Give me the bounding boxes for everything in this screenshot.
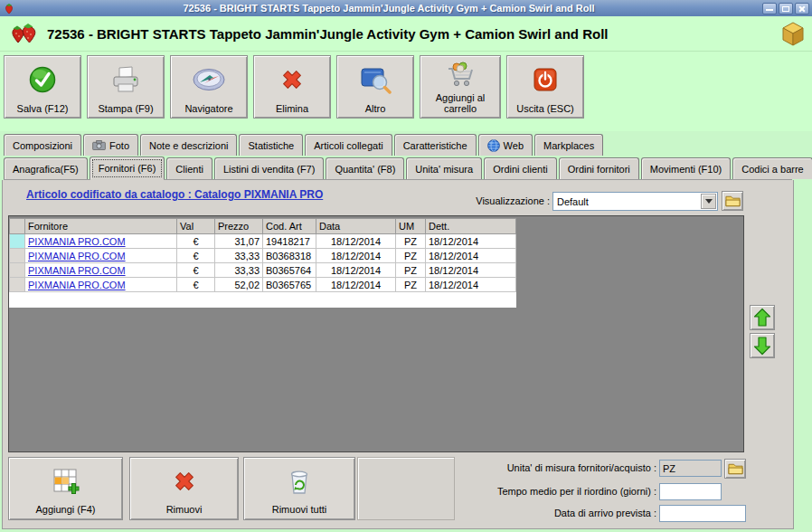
tab-movimenti[interactable]: Movimenti (F10) — [641, 157, 731, 179]
window-title: 72536 - BRIGHT STARTS Tappeto Jammin'Jun… — [15, 3, 762, 14]
page-title: 72536 - BRIGHT STARTS Tappeto Jammin'Jun… — [47, 26, 781, 42]
red-x-icon — [279, 56, 306, 103]
other-button[interactable]: Altro — [336, 55, 414, 119]
table-row[interactable]: PIXMANIA PRO.COM € 33,33 B0365764 18/12/… — [10, 263, 516, 278]
tab-unita-misura[interactable]: Unita' misura — [406, 157, 482, 179]
cart-icon — [444, 56, 477, 92]
cube-icon — [781, 21, 805, 47]
col-cod-art: Cod. Art — [263, 219, 316, 234]
header: 72536 - BRIGHT STARTS Tappeto Jammin'Jun… — [0, 16, 812, 52]
um-fornitori-field[interactable]: PZ — [659, 460, 722, 477]
compass-icon — [192, 56, 226, 103]
printer-icon — [110, 56, 141, 103]
tab-listini-di-vendita[interactable]: Listini di vendita (F7) — [214, 157, 325, 179]
tab-composizioni[interactable]: Composizioni — [4, 134, 81, 156]
chevron-down-icon — [701, 194, 716, 209]
tab-quantita[interactable]: Quantita' (F8) — [326, 157, 404, 179]
col-um: UM — [396, 219, 426, 234]
arrow-down-icon — [753, 336, 771, 356]
suppliers-table: Fornitore Val Prezzo Cod. Art Data UM De… — [9, 218, 516, 308]
folder-icon — [725, 195, 741, 207]
tab-ordini-clienti[interactable]: Ordini clienti — [484, 157, 557, 179]
tab-note-e-descrizioni[interactable]: Note e descrizioni — [140, 134, 237, 156]
row-selector-header — [10, 219, 25, 234]
supplier-link[interactable]: PIXMANIA PRO.COM — [28, 236, 126, 247]
um-fornitori-label: Unita' di misura fornitori/acquisto : — [385, 462, 656, 473]
row-selector[interactable] — [10, 263, 25, 278]
supplier-link[interactable]: PIXMANIA PRO.COM — [28, 251, 126, 261]
add-to-cart-button[interactable]: Aggiungi al carrello — [420, 55, 501, 119]
riordino-label: Tempo medio per il riordino (giorni) : — [385, 486, 656, 497]
check-circle-icon — [28, 56, 57, 103]
book-magnifier-icon — [359, 56, 392, 103]
delete-button[interactable]: Elimina — [253, 55, 331, 119]
table-row[interactable]: PIXMANIA PRO.COM € 33,33 B0368318 18/12/… — [10, 249, 516, 263]
table-header-row: Fornitore Val Prezzo Cod. Art Data UM De… — [10, 219, 516, 234]
titlebar: 72536 - BRIGHT STARTS Tappeto Jammin'Jun… — [0, 0, 812, 16]
row-selector[interactable] — [10, 249, 25, 263]
toolbar: Salva (F12) Stampa (F9) — [0, 52, 812, 131]
row-selector[interactable] — [10, 234, 25, 249]
tab-articoli-collegati[interactable]: Articoli collegati — [305, 134, 392, 156]
arrivo-input[interactable] — [659, 505, 746, 522]
col-val: Val — [177, 219, 215, 234]
maximize-button[interactable] — [779, 3, 793, 14]
move-down-button[interactable] — [750, 333, 775, 358]
close-button[interactable] — [795, 3, 809, 14]
visualizzazione-label: Visualizzazione : — [382, 195, 550, 206]
col-fornitore: Fornitore — [25, 219, 177, 234]
tab-web[interactable]: Web — [478, 134, 533, 156]
um-folder-button[interactable] — [724, 459, 746, 479]
supplier-link[interactable]: PIXMANIA PRO.COM — [28, 265, 126, 276]
supplier-link[interactable]: PIXMANIA PRO.COM — [28, 280, 126, 290]
arrivo-label: Data di arrivo prevista : — [385, 508, 656, 518]
remove-supplier-button[interactable]: Rimuovi — [129, 457, 239, 520]
tab-anagrafica[interactable]: Anagrafica(F5) — [4, 157, 88, 179]
row-selector[interactable] — [10, 278, 25, 292]
tab-row-top: Composizioni Foto Note e descrizioni Sta… — [4, 132, 605, 156]
folder-icon — [728, 462, 743, 475]
strawberry-icon — [3, 2, 15, 14]
arrow-up-icon — [753, 308, 771, 328]
table-row[interactable]: PIXMANIA PRO.COM € 31,07 19418217 18/12/… — [10, 234, 516, 249]
tab-foto[interactable]: Foto — [83, 134, 138, 156]
fornitori-tab-page: Articolo codificato da catalogo : Catalo… — [2, 180, 794, 529]
tab-fornitori[interactable]: Fornitori (F6) — [90, 157, 165, 180]
tab-row-detail: Anagrafica(F5) Fornitori (F6) Clienti Li… — [4, 157, 792, 180]
tab-ordini-fornitori[interactable]: Ordini fornitori — [559, 157, 639, 179]
minimize-button[interactable] — [762, 3, 777, 14]
red-x-icon — [171, 458, 198, 504]
col-dett: Dett. — [426, 219, 516, 234]
visualizzazione-value: Default — [553, 196, 700, 207]
col-prezzo: Prezzo — [215, 219, 263, 234]
navigator-button[interactable]: Navigatore — [170, 55, 248, 119]
globe-icon — [487, 139, 500, 152]
save-button[interactable]: Salva (F12) — [4, 55, 81, 119]
tab-clienti[interactable]: Clienti — [166, 157, 212, 179]
move-up-button[interactable] — [750, 305, 775, 330]
tab-codici-a-barre[interactable]: Codici a barre — [732, 157, 812, 179]
tab-statistiche[interactable]: Statistiche — [239, 134, 303, 156]
riordino-input[interactable] — [659, 483, 722, 500]
catalog-link[interactable]: Articolo codificato da catalogo : Catalo… — [26, 188, 323, 201]
tab-markplaces[interactable]: Markplaces — [534, 134, 603, 156]
exit-button[interactable]: Uscita (ESC) — [506, 55, 584, 119]
table-row[interactable]: PIXMANIA PRO.COM € 52,02 B0365765 18/12/… — [10, 278, 516, 292]
trash-recycle-icon — [286, 458, 313, 504]
power-icon — [533, 56, 558, 103]
visualizzazione-select[interactable]: Default — [552, 192, 718, 211]
camera-icon — [92, 140, 106, 150]
add-supplier-button[interactable]: Aggiungi (F4) — [8, 457, 123, 520]
strawberry-icon — [7, 20, 40, 47]
tab-caratteristiche[interactable]: Caratteristiche — [394, 134, 477, 156]
grid-plus-icon — [52, 458, 80, 504]
application-window: 72536 - BRIGHT STARTS Tappeto Jammin'Jun… — [0, 0, 812, 532]
remove-all-button[interactable]: Rimuovi tutti — [243, 457, 355, 520]
col-data: Data — [316, 219, 396, 234]
visualizzazione-folder-button[interactable] — [722, 191, 743, 211]
print-button[interactable]: Stampa (F9) — [87, 55, 165, 119]
